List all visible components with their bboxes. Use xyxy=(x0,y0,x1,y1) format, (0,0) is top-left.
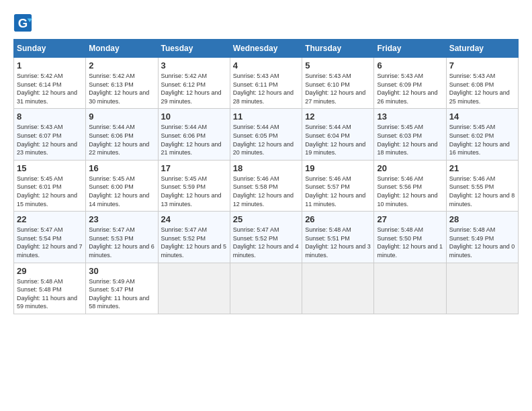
day-number: 4 xyxy=(233,60,299,71)
day-number: 12 xyxy=(305,111,371,122)
calendar-table: SundayMondayTuesdayWednesdayThursdayFrid… xyxy=(13,39,519,314)
table-row: 17Sunrise: 5:45 AMSunset: 5:59 PMDayligh… xyxy=(158,160,230,211)
day-detail: Sunrise: 5:46 AMSunset: 5:57 PMDaylight:… xyxy=(305,175,371,208)
day-detail: Sunrise: 5:42 AMSunset: 6:13 PMDaylight:… xyxy=(89,72,154,105)
day-detail: Sunrise: 5:48 AMSunset: 5:48 PMDaylight:… xyxy=(17,277,83,311)
table-row: 19Sunrise: 5:46 AMSunset: 5:57 PMDayligh… xyxy=(302,160,374,211)
logo-icon: G xyxy=(13,13,32,32)
day-detail: Sunrise: 5:43 AMSunset: 6:08 PMDaylight:… xyxy=(449,72,515,105)
table-row: 11Sunrise: 5:44 AMSunset: 6:05 PMDayligh… xyxy=(230,109,302,160)
table-row: 25Sunrise: 5:47 AMSunset: 5:52 PMDayligh… xyxy=(230,212,302,263)
table-row: 2Sunrise: 5:42 AMSunset: 6:13 PMDaylight… xyxy=(86,58,158,109)
day-detail: Sunrise: 5:49 AMSunset: 5:47 PMDaylight:… xyxy=(89,277,154,311)
table-row: 27Sunrise: 5:48 AMSunset: 5:50 PMDayligh… xyxy=(374,212,446,263)
col-header-sunday: Sunday xyxy=(14,40,86,58)
day-number: 13 xyxy=(377,111,443,122)
day-detail: Sunrise: 5:44 AMSunset: 6:04 PMDaylight:… xyxy=(305,123,371,156)
day-number: 19 xyxy=(305,163,371,173)
table-row: 26Sunrise: 5:48 AMSunset: 5:51 PMDayligh… xyxy=(302,212,374,263)
day-detail: Sunrise: 5:42 AMSunset: 6:12 PMDaylight:… xyxy=(161,72,227,105)
day-number: 10 xyxy=(161,111,227,122)
day-number: 20 xyxy=(377,163,443,173)
day-detail: Sunrise: 5:48 AMSunset: 5:51 PMDaylight:… xyxy=(305,226,371,259)
table-row: 5Sunrise: 5:43 AMSunset: 6:10 PMDaylight… xyxy=(302,58,374,109)
svg-text:G: G xyxy=(18,16,28,30)
day-number: 1 xyxy=(17,60,83,71)
day-number: 29 xyxy=(17,266,83,276)
table-row: 12Sunrise: 5:44 AMSunset: 6:04 PMDayligh… xyxy=(302,109,374,160)
table-row: 1Sunrise: 5:42 AMSunset: 6:14 PMDaylight… xyxy=(14,58,86,109)
page-header: G xyxy=(13,13,519,32)
day-detail: Sunrise: 5:45 AMSunset: 5:59 PMDaylight:… xyxy=(161,175,227,208)
day-number: 15 xyxy=(17,163,83,173)
day-number: 11 xyxy=(233,111,299,122)
col-header-wednesday: Wednesday xyxy=(230,40,302,58)
table-row: 3Sunrise: 5:42 AMSunset: 6:12 PMDaylight… xyxy=(158,58,230,109)
day-detail: Sunrise: 5:45 AMSunset: 6:01 PMDaylight:… xyxy=(17,175,83,208)
table-row: 15Sunrise: 5:45 AMSunset: 6:01 PMDayligh… xyxy=(14,160,86,211)
day-detail: Sunrise: 5:45 AMSunset: 6:03 PMDaylight:… xyxy=(377,123,443,156)
day-number: 24 xyxy=(161,214,227,224)
table-row xyxy=(158,263,230,314)
day-number: 8 xyxy=(17,111,83,122)
col-header-monday: Monday xyxy=(86,40,158,58)
table-row xyxy=(230,263,302,314)
day-detail: Sunrise: 5:45 AMSunset: 6:02 PMDaylight:… xyxy=(449,123,515,156)
day-number: 14 xyxy=(449,111,515,122)
table-row: 20Sunrise: 5:46 AMSunset: 5:56 PMDayligh… xyxy=(374,160,446,211)
table-row: 21Sunrise: 5:46 AMSunset: 5:55 PMDayligh… xyxy=(446,160,518,211)
col-header-thursday: Thursday xyxy=(302,40,374,58)
day-detail: Sunrise: 5:47 AMSunset: 5:54 PMDaylight:… xyxy=(17,226,83,259)
table-row: 16Sunrise: 5:45 AMSunset: 6:00 PMDayligh… xyxy=(86,160,158,211)
day-detail: Sunrise: 5:44 AMSunset: 6:05 PMDaylight:… xyxy=(233,123,299,156)
day-number: 7 xyxy=(449,60,515,71)
day-number: 5 xyxy=(305,60,371,71)
table-row: 23Sunrise: 5:47 AMSunset: 5:53 PMDayligh… xyxy=(86,212,158,263)
day-detail: Sunrise: 5:43 AMSunset: 6:09 PMDaylight:… xyxy=(377,72,443,105)
col-header-tuesday: Tuesday xyxy=(158,40,230,58)
table-row: 7Sunrise: 5:43 AMSunset: 6:08 PMDaylight… xyxy=(446,58,518,109)
day-number: 16 xyxy=(89,163,154,173)
day-detail: Sunrise: 5:48 AMSunset: 5:49 PMDaylight:… xyxy=(449,226,515,259)
table-row xyxy=(374,263,446,314)
day-number: 17 xyxy=(161,163,227,173)
day-detail: Sunrise: 5:44 AMSunset: 6:06 PMDaylight:… xyxy=(89,123,154,156)
week-row-3: 15Sunrise: 5:45 AMSunset: 6:01 PMDayligh… xyxy=(14,160,519,211)
day-detail: Sunrise: 5:47 AMSunset: 5:53 PMDaylight:… xyxy=(89,226,154,259)
table-row xyxy=(446,263,518,314)
day-number: 30 xyxy=(89,266,154,276)
table-row: 9Sunrise: 5:44 AMSunset: 6:06 PMDaylight… xyxy=(86,109,158,160)
day-detail: Sunrise: 5:45 AMSunset: 6:00 PMDaylight:… xyxy=(89,175,154,208)
day-number: 6 xyxy=(377,60,443,71)
logo: G xyxy=(13,13,35,32)
day-number: 25 xyxy=(233,214,299,224)
day-detail: Sunrise: 5:43 AMSunset: 6:10 PMDaylight:… xyxy=(305,72,371,105)
day-number: 22 xyxy=(17,214,83,224)
table-row: 28Sunrise: 5:48 AMSunset: 5:49 PMDayligh… xyxy=(446,212,518,263)
day-detail: Sunrise: 5:47 AMSunset: 5:52 PMDaylight:… xyxy=(233,226,299,259)
day-detail: Sunrise: 5:47 AMSunset: 5:52 PMDaylight:… xyxy=(161,226,227,259)
table-row: 4Sunrise: 5:43 AMSunset: 6:11 PMDaylight… xyxy=(230,58,302,109)
day-detail: Sunrise: 5:43 AMSunset: 6:07 PMDaylight:… xyxy=(17,123,83,156)
day-number: 21 xyxy=(449,163,515,173)
day-number: 18 xyxy=(233,163,299,173)
day-detail: Sunrise: 5:44 AMSunset: 6:06 PMDaylight:… xyxy=(161,123,227,156)
day-number: 28 xyxy=(449,214,515,224)
day-number: 3 xyxy=(161,60,227,71)
table-row: 14Sunrise: 5:45 AMSunset: 6:02 PMDayligh… xyxy=(446,109,518,160)
day-number: 26 xyxy=(305,214,371,224)
day-detail: Sunrise: 5:46 AMSunset: 5:55 PMDaylight:… xyxy=(449,175,515,208)
day-number: 2 xyxy=(89,60,154,71)
table-row: 18Sunrise: 5:46 AMSunset: 5:58 PMDayligh… xyxy=(230,160,302,211)
table-row: 6Sunrise: 5:43 AMSunset: 6:09 PMDaylight… xyxy=(374,58,446,109)
col-header-saturday: Saturday xyxy=(446,40,518,58)
day-detail: Sunrise: 5:46 AMSunset: 5:58 PMDaylight:… xyxy=(233,175,299,208)
table-row: 22Sunrise: 5:47 AMSunset: 5:54 PMDayligh… xyxy=(14,212,86,263)
week-row-2: 8Sunrise: 5:43 AMSunset: 6:07 PMDaylight… xyxy=(14,109,519,160)
col-header-friday: Friday xyxy=(374,40,446,58)
table-row xyxy=(302,263,374,314)
week-row-4: 22Sunrise: 5:47 AMSunset: 5:54 PMDayligh… xyxy=(14,212,519,263)
day-number: 23 xyxy=(89,214,154,224)
week-row-1: 1Sunrise: 5:42 AMSunset: 6:14 PMDaylight… xyxy=(14,58,519,109)
day-detail: Sunrise: 5:43 AMSunset: 6:11 PMDaylight:… xyxy=(233,72,299,105)
